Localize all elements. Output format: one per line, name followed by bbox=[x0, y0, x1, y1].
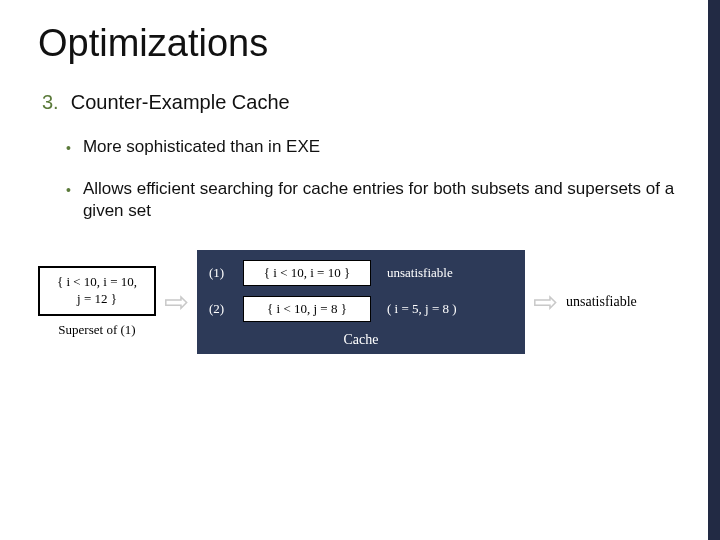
bullet-dot-icon: • bbox=[66, 181, 71, 222]
cache-label: Cache bbox=[209, 332, 513, 348]
cache-row-result: unsatisfiable bbox=[381, 265, 513, 281]
arrow-right-icon: ⇨ bbox=[164, 287, 189, 317]
cache-row-index: (1) bbox=[209, 265, 233, 281]
query-set-box: { i < 10, i = 10, j = 12 } bbox=[38, 266, 156, 316]
bullet-2: • Allows efficient searching for cache e… bbox=[38, 178, 680, 222]
bullet-1: • More sophisticated than in EXE bbox=[38, 136, 680, 158]
cache-panel: (1) { i < 10, i = 10 } unsatisfiable (2)… bbox=[197, 250, 525, 354]
query-line2: j = 12 } bbox=[42, 291, 152, 308]
diagram: { i < 10, i = 10, j = 12 } Superset of (… bbox=[38, 250, 680, 354]
query-box-group: { i < 10, i = 10, j = 12 } Superset of (… bbox=[38, 266, 156, 338]
slide-title: Optimizations bbox=[38, 22, 680, 65]
cache-row-index: (2) bbox=[209, 301, 233, 317]
item-label: Counter-Example Cache bbox=[71, 91, 290, 114]
bullet-dot-icon: • bbox=[66, 139, 71, 158]
item-number: 3. bbox=[42, 91, 59, 114]
cache-row-result: ( i = 5, j = 8 ) bbox=[381, 301, 513, 317]
cache-row-set: { i < 10, i = 10 } bbox=[243, 260, 371, 286]
result-text: unsatisfiable bbox=[566, 294, 637, 310]
numbered-item: 3. Counter-Example Cache bbox=[38, 91, 680, 114]
cache-row: (2) { i < 10, j = 8 } ( i = 5, j = 8 ) bbox=[209, 296, 513, 322]
bullet-text: More sophisticated than in EXE bbox=[83, 136, 320, 158]
slide: Optimizations 3. Counter-Example Cache •… bbox=[0, 0, 708, 374]
query-caption: Superset of (1) bbox=[38, 322, 156, 338]
arrow-right-icon: ⇨ bbox=[533, 287, 558, 317]
query-line1: { i < 10, i = 10, bbox=[42, 274, 152, 291]
cache-row: (1) { i < 10, i = 10 } unsatisfiable bbox=[209, 260, 513, 286]
bullet-text: Allows efficient searching for cache ent… bbox=[83, 178, 680, 222]
cache-row-set: { i < 10, j = 8 } bbox=[243, 296, 371, 322]
